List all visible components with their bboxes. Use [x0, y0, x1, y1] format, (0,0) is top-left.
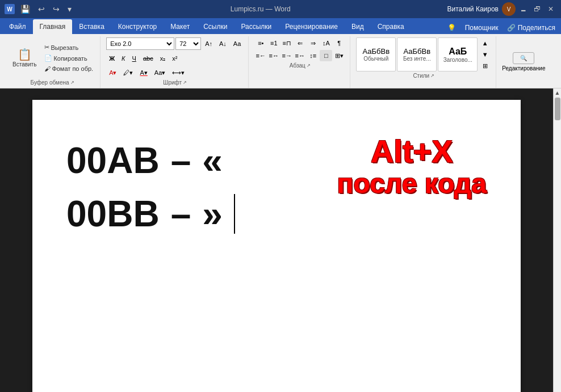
text-cursor — [234, 194, 235, 234]
decrease-font-btn[interactable]: A↓ — [216, 38, 229, 49]
tab-review[interactable]: Рецензирование — [278, 19, 345, 34]
save-button[interactable]: 💾 — [18, 3, 32, 15]
minimize-button[interactable]: 🗕 — [518, 3, 529, 15]
format-painter-button[interactable]: 🖌 Фомат по обр. — [42, 64, 95, 73]
tab-references[interactable]: Ссылки — [196, 19, 234, 34]
align-left-btn[interactable]: ≡← — [254, 50, 267, 61]
char-spacing-btn[interactable]: ⟷▾ — [169, 67, 187, 78]
page-container: Alt+X после кода 00AB – « 00BB – » — [0, 88, 553, 392]
share-btn[interactable]: 🔗 Поделиться — [504, 23, 559, 33]
tab-home[interactable]: Главная — [33, 19, 73, 34]
vertical-scrollbar[interactable]: ▲ ▼ — [553, 88, 561, 392]
tab-view[interactable]: Вид — [345, 19, 371, 34]
styles-expand-icon[interactable]: ↗ — [430, 73, 434, 78]
search-icon: 🔍 — [520, 55, 527, 61]
show-marks-btn[interactable]: ¶ — [333, 37, 345, 49]
style-heading[interactable]: АаБ Заголово... — [438, 37, 478, 71]
user-name: Виталий Каиров — [447, 5, 499, 13]
scroll-thumb[interactable] — [555, 98, 560, 120]
underline-button[interactable]: Ч — [129, 53, 139, 64]
tab-file[interactable]: Файл — [2, 19, 33, 34]
scroll-up-arrow[interactable]: ▲ — [555, 88, 560, 96]
strikethrough-button[interactable]: abc — [140, 53, 156, 64]
font-name-select[interactable]: Exo 2.0 — [106, 37, 174, 50]
borders-btn[interactable]: ⊞▾ — [333, 50, 345, 61]
style-normal-preview: АаБбВв — [362, 47, 390, 56]
increase-indent-btn[interactable]: ⇒ — [307, 37, 319, 49]
styles-scroll-down[interactable]: ▼ — [479, 49, 491, 60]
align-center-btn[interactable]: ≡↔ — [267, 50, 280, 61]
redo-button[interactable]: ↪ — [51, 3, 62, 15]
user-area: Виталий Каиров V — [447, 2, 516, 16]
shading-btn[interactable]: □ — [320, 50, 332, 61]
editing-content: 🔍 Редактирование — [502, 37, 545, 86]
font-row3: А▾ 🖊▾ А▾ Аа▾ ⟷▾ — [106, 67, 244, 78]
decrease-indent-btn[interactable]: ⇐ — [294, 37, 306, 49]
highlight-btn[interactable]: 🖊▾ — [120, 67, 136, 78]
para-row2: ≡← ≡↔ ≡→ ≡↔ ↕≡ □ ⊞▾ — [254, 50, 345, 61]
font-row2: Ж К Ч abc х₂ х² — [106, 53, 244, 64]
paragraph-label: Абзац ↗ — [290, 62, 311, 69]
annotation-line2: после кода — [337, 169, 487, 199]
paste-button[interactable]: 📋 Вставить — [9, 43, 40, 73]
tab-layout[interactable]: Макет — [164, 19, 196, 34]
ribbon-tabs: Файл Главная Вставка Конструктор Макет С… — [0, 18, 561, 34]
assistant-btn[interactable]: Помощник — [462, 23, 502, 33]
font-color-btn[interactable]: А▾ — [137, 67, 150, 78]
italic-button[interactable]: К — [119, 53, 128, 64]
style-no-spacing[interactable]: АаБбВв Без инте... — [397, 37, 437, 71]
copy-icon: 📄 — [44, 54, 52, 62]
numbering-btn[interactable]: ≡1 — [267, 37, 280, 49]
close-button[interactable]: ✕ — [545, 3, 556, 15]
styles-group: АаБбВв Обычный АаБбВв Без инте... АаБ За… — [351, 36, 496, 88]
bullets-btn[interactable]: ≡• — [254, 37, 267, 49]
superscript-button[interactable]: х² — [169, 53, 180, 64]
code-00ab: 00AB — [66, 140, 160, 182]
bold-button[interactable]: Ж — [106, 53, 118, 64]
dash-2: – — [171, 193, 191, 235]
customize-btn[interactable]: ▾ — [65, 3, 74, 15]
tab-help[interactable]: Справка — [371, 19, 411, 34]
style-normal[interactable]: АаБбВв Обычный — [356, 37, 396, 71]
styles-list: АаБбВв Обычный АаБбВв Без инте... АаБ За… — [356, 37, 491, 71]
tab-mailings[interactable]: Рассылки — [234, 19, 278, 34]
tab-design[interactable]: Конструктор — [111, 19, 164, 34]
styles-scroll: ▲ ▼ ⊞ — [479, 37, 491, 71]
line-spacing-btn[interactable]: ↕≡ — [307, 50, 319, 61]
copy-button[interactable]: 📄 Копировать — [42, 53, 95, 63]
multilevel-btn[interactable]: ≡⊓ — [280, 37, 293, 49]
user-avatar: V — [502, 2, 516, 16]
tab-insert[interactable]: Вставка — [72, 19, 111, 34]
document-page[interactable]: Alt+X после кода 00AB – « 00BB – » — [32, 100, 521, 392]
font-group: Exo 2.0 72 A↑ A↓ Aa Ж К Ч abc х₂ х² А▾ 🖊… — [102, 36, 249, 88]
para-controls: ≡• ≡1 ≡⊓ ⇐ ⇒ ↕A ¶ ≡← ≡↔ ≡→ ≡↔ ↕≡ □ ⊞▾ — [254, 37, 345, 61]
align-right-btn[interactable]: ≡→ — [280, 50, 293, 61]
font-label: Шрифт ↗ — [163, 79, 187, 86]
clear-format-btn[interactable]: Aa — [231, 38, 244, 49]
font-size-select[interactable]: 72 — [175, 37, 201, 50]
word-app-icon: W — [5, 4, 15, 14]
editing-group: 🔍 Редактирование — [497, 36, 550, 88]
restore-button[interactable]: 🗗 — [531, 3, 543, 15]
char-raquo: » — [202, 193, 223, 235]
undo-button[interactable]: ↩ — [36, 3, 47, 15]
font-expand-icon[interactable]: ↗ — [183, 80, 187, 85]
document-wrapper: Alt+X после кода 00AB – « 00BB – » ▲ — [0, 88, 561, 392]
justify-btn[interactable]: ≡↔ — [294, 50, 306, 61]
styles-more-btn[interactable]: ⊞ — [479, 60, 491, 71]
increase-font-btn[interactable]: A↑ — [202, 38, 215, 49]
cut-button[interactable]: ✂ Вырезать — [42, 43, 95, 52]
paragraph-group: ≡• ≡1 ≡⊓ ⇐ ⇒ ↕A ¶ ≡← ≡↔ ≡→ ≡↔ ↕≡ □ ⊞▾ Аб… — [250, 36, 350, 88]
search-button[interactable]: 🔍 — [513, 52, 534, 64]
dash-1: – — [171, 140, 191, 182]
paragraph-expand-icon[interactable]: ↗ — [307, 63, 311, 68]
case-btn[interactable]: Аа▾ — [152, 67, 169, 78]
text-effects-btn[interactable]: А▾ — [106, 67, 119, 78]
font-controls: Exo 2.0 72 A↑ A↓ Aa Ж К Ч abc х₂ х² А▾ 🖊… — [106, 37, 244, 78]
sort-btn[interactable]: ↕A — [320, 37, 332, 49]
clipboard-content: 📋 Вставить ✂ Вырезать 📄 Копировать 🖌 Фом… — [9, 37, 95, 78]
styles-scroll-up[interactable]: ▲ — [479, 37, 491, 49]
ribbon-extras: 💡 Помощник 🔗 Поделиться — [444, 23, 559, 34]
clipboard-expand-icon[interactable]: ↗ — [70, 80, 74, 85]
subscript-button[interactable]: х₂ — [157, 53, 169, 64]
